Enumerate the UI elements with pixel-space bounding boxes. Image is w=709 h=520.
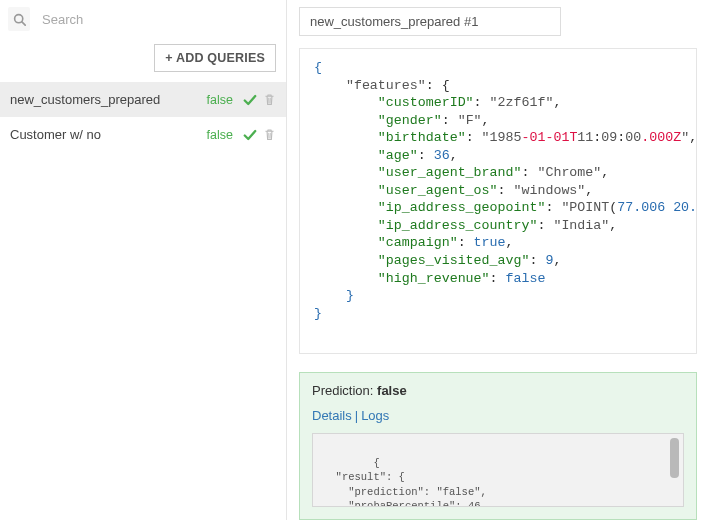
queries-list: new_customers_preparedfalseCustomer w/ n… — [0, 82, 286, 152]
query-item[interactable]: new_customers_preparedfalse — [0, 82, 286, 117]
prediction-links: Details|Logs — [312, 408, 684, 423]
prediction-panel: Prediction: false Details|Logs { "result… — [299, 372, 697, 520]
trash-icon[interactable] — [263, 93, 276, 106]
query-name: new_customers_prepared — [10, 92, 201, 107]
prediction-label: Prediction: — [312, 383, 373, 398]
features-json-code: { "features": { "customerID": "2zf61f", … — [300, 49, 696, 332]
query-name: Customer w/ no — [10, 127, 201, 142]
main-panel: { "features": { "customerID": "2zf61f", … — [287, 0, 709, 520]
scrollbar-thumb[interactable] — [670, 438, 679, 478]
prediction-result-box[interactable]: { "result": { "prediction": "false", "pr… — [312, 433, 684, 507]
app-root: + ADD QUERIES new_customers_preparedfals… — [0, 0, 709, 520]
sidebar: + ADD QUERIES new_customers_preparedfals… — [0, 0, 287, 520]
details-link[interactable]: Details — [312, 408, 352, 423]
prediction-value: false — [377, 383, 407, 398]
search-input[interactable] — [36, 7, 278, 31]
query-result-badge: false — [207, 93, 233, 107]
features-json-editor[interactable]: { "features": { "customerID": "2zf61f", … — [299, 48, 697, 354]
svg-line-1 — [21, 21, 24, 24]
add-queries-button[interactable]: + ADD QUERIES — [154, 44, 276, 72]
query-item[interactable]: Customer w/ nofalse — [0, 117, 286, 152]
query-result-badge: false — [207, 128, 233, 142]
query-title-input[interactable] — [299, 7, 561, 36]
search-row — [0, 0, 286, 38]
search-icon[interactable] — [8, 7, 30, 31]
check-icon — [243, 93, 257, 107]
prediction-line: Prediction: false — [312, 383, 684, 398]
prediction-result-text: { "result": { "prediction": "false", "pr… — [323, 457, 537, 507]
add-queries-row: + ADD QUERIES — [0, 38, 286, 82]
check-icon — [243, 128, 257, 142]
logs-link[interactable]: Logs — [361, 408, 389, 423]
link-separator: | — [355, 408, 358, 423]
trash-icon[interactable] — [263, 128, 276, 141]
title-row — [295, 0, 709, 44]
